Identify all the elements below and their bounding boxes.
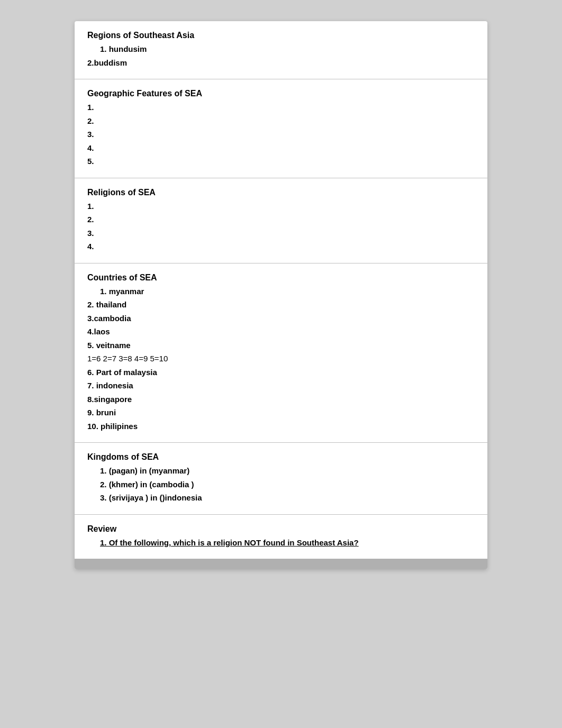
section-kingdoms-sea: Kingdoms of SEA1. (pagan) in (myanmar)2.…: [75, 443, 487, 515]
list-item: 5.: [87, 154, 475, 168]
list-item: 3.: [87, 128, 475, 141]
list-item: 2. thailand: [87, 298, 475, 312]
page-container: Regions of Southeast Asia1. hundusim2.bu…: [75, 21, 487, 569]
list-item: 1. Of the following, which is a religion…: [87, 536, 475, 550]
section-title-geographic-features-sea: Geographic Features of SEA: [87, 89, 475, 98]
section-countries-sea: Countries of SEA1. myanmar2. thailand3.c…: [75, 263, 487, 443]
section-review: Review1. Of the following, which is a re…: [75, 515, 487, 559]
list-item: 4.laos: [87, 325, 475, 339]
section-content-review: 1. Of the following, which is a religion…: [87, 536, 475, 550]
section-title-religions-sea: Religions of SEA: [87, 188, 475, 197]
section-title-regions-sea: Regions of Southeast Asia: [87, 31, 475, 40]
section-title-review: Review: [87, 524, 475, 534]
section-content-countries-sea: 1. myanmar2. thailand3.cambodia4.laos5. …: [87, 285, 475, 433]
section-regions-sea: Regions of Southeast Asia1. hundusim2.bu…: [75, 21, 487, 79]
list-item: 10. philipines: [87, 420, 475, 433]
list-item: 2.: [87, 114, 475, 128]
list-item: 5. veitname: [87, 339, 475, 352]
section-content-regions-sea: 1. hundusim2.buddism: [87, 42, 475, 69]
list-item: 3. (srivijaya ) in ()indonesia: [87, 491, 475, 505]
list-item: 1. hundusim: [87, 42, 475, 56]
list-item: 6. Part of malaysia: [87, 366, 475, 379]
section-title-kingdoms-sea: Kingdoms of SEA: [87, 452, 475, 462]
section-content-geographic-features-sea: 1.2.3.4.5.: [87, 101, 475, 168]
list-item: 4.: [87, 141, 475, 155]
section-religions-sea: Religions of SEA1.2.3.4.: [75, 178, 487, 263]
sections-container: Regions of Southeast Asia1. hundusim2.bu…: [75, 21, 487, 559]
list-item: 1=6 2=7 3=8 4=9 5=10: [87, 352, 475, 366]
list-item: 3.: [87, 226, 475, 240]
list-item: 1.: [87, 199, 475, 213]
list-item: 9. bruni: [87, 406, 475, 420]
list-item: 8.singapore: [87, 393, 475, 406]
section-title-countries-sea: Countries of SEA: [87, 273, 475, 283]
list-item: 2.buddism: [87, 56, 475, 70]
section-geographic-features-sea: Geographic Features of SEA1.2.3.4.5.: [75, 79, 487, 178]
section-content-kingdoms-sea: 1. (pagan) in (myanmar)2. (khmer) in (ca…: [87, 464, 475, 505]
list-item: 3.cambodia: [87, 312, 475, 325]
bottom-bar: [75, 559, 487, 569]
list-item: 2.: [87, 213, 475, 226]
list-item: 1. (pagan) in (myanmar): [87, 464, 475, 478]
list-item: 7. indonesia: [87, 379, 475, 393]
list-item: 1. myanmar: [87, 285, 475, 298]
list-item: 1.: [87, 101, 475, 114]
section-content-religions-sea: 1.2.3.4.: [87, 199, 475, 253]
list-item: 2. (khmer) in (cambodia ): [87, 478, 475, 492]
list-item: 4.: [87, 240, 475, 253]
